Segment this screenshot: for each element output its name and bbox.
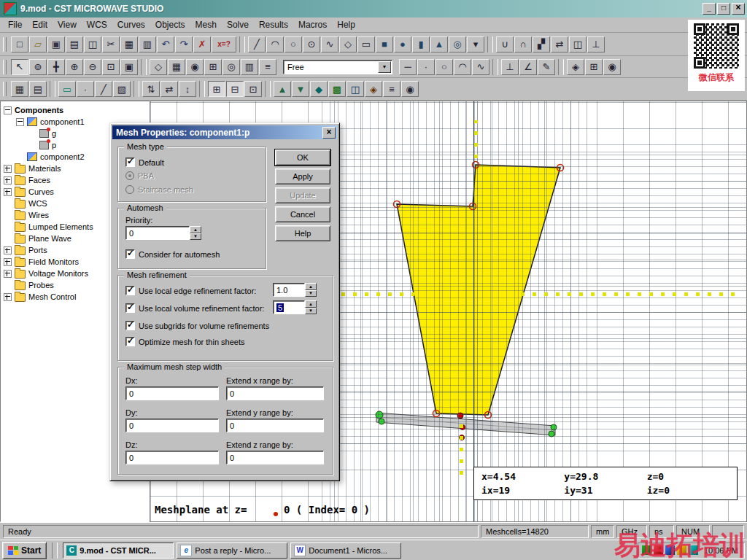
delete-meshline-icon[interactable]: ⊟ xyxy=(226,81,244,97)
network-tray-icon[interactable] xyxy=(665,545,675,555)
checkbox-icon[interactable] xyxy=(125,321,135,330)
spin-up-button[interactable] xyxy=(305,283,317,290)
edge-pick-icon[interactable]: ╱ xyxy=(95,81,112,97)
optimize-thin-sheets-checkbox[interactable]: Optimize mesh for thin sheets xyxy=(125,337,245,346)
taskbar-task[interactable]: WDocument1 - Micros... xyxy=(290,542,401,559)
edge-refinement-checkbox[interactable]: Use local edge refinement factor: xyxy=(125,286,256,295)
slice-tool-icon[interactable]: ▞ xyxy=(533,36,550,52)
zoom-out-icon[interactable]: ⊖ xyxy=(84,59,101,75)
help-button[interactable]: Help xyxy=(275,225,330,241)
mesh-density-down-icon[interactable]: ▼ xyxy=(292,81,309,97)
expand-icon[interactable] xyxy=(4,293,12,301)
vertex-pick-icon[interactable]: · xyxy=(77,81,94,97)
reset-view-icon[interactable]: ◉ xyxy=(186,59,204,75)
boolean-intersect-icon[interactable]: ∩ xyxy=(514,36,532,52)
edge-factor-field[interactable]: 1.0 xyxy=(273,283,305,297)
dialog-title-bar[interactable]: Mesh Properties: component1:p xyxy=(112,125,337,139)
menu-help[interactable]: Help xyxy=(332,18,360,31)
subgrids-checkbox[interactable]: Use subgrids for volume refinements xyxy=(125,321,269,330)
add-meshline-icon[interactable]: ⊞ xyxy=(208,81,225,97)
dx-field[interactable] xyxy=(125,386,219,400)
menu-wcs[interactable]: WCS xyxy=(82,18,112,31)
spin-down-button[interactable] xyxy=(305,308,317,315)
rotate-view-icon[interactable]: ⊚ xyxy=(29,59,47,75)
mesh-view-icon[interactable]: ▦ xyxy=(11,81,28,97)
minimize-button[interactable] xyxy=(703,3,716,15)
menu-solve[interactable]: Solve xyxy=(222,18,254,31)
menu-macros[interactable]: Macros xyxy=(293,18,332,31)
wcs-tool-icon[interactable]: ⊥ xyxy=(587,36,605,52)
print-icon[interactable]: ▤ xyxy=(66,36,83,52)
polygon-tool-icon[interactable]: ◇ xyxy=(339,36,357,52)
checkbox-icon[interactable] xyxy=(125,249,135,259)
mesh-cells-icon[interactable]: ▩ xyxy=(328,81,346,97)
delete-icon[interactable]: ✗ xyxy=(193,36,211,52)
arc-tool-icon[interactable]: ◠ xyxy=(266,36,284,52)
grid-toggle-icon[interactable]: ⊞ xyxy=(204,59,222,75)
snap-meshline-icon[interactable]: ⊡ xyxy=(244,81,262,97)
cutplane-icon[interactable]: ▥ xyxy=(241,59,258,75)
isometric-view-icon[interactable]: ◇ xyxy=(150,59,167,75)
extend-y-field[interactable] xyxy=(226,419,324,432)
subgrid-icon[interactable]: ◫ xyxy=(347,81,364,97)
fit-view-icon[interactable]: ▣ xyxy=(120,59,138,75)
volume-factor-field[interactable]: 5 xyxy=(273,300,305,314)
torus-tool-icon[interactable]: ◎ xyxy=(449,36,466,52)
draw-curve-icon[interactable]: ∿ xyxy=(472,59,489,75)
draw-point-icon[interactable]: · xyxy=(417,59,435,75)
scheduler-tray-icon[interactable] xyxy=(677,545,686,555)
menu-view[interactable]: View xyxy=(53,18,82,31)
spin-down-button[interactable] xyxy=(190,233,201,241)
extend-z-field[interactable] xyxy=(226,451,324,464)
pan-hand-icon[interactable]: ◈ xyxy=(567,59,584,75)
spin-down-button[interactable] xyxy=(305,290,317,298)
undo-icon[interactable]: ↶ xyxy=(157,36,174,52)
toolbar-grip[interactable] xyxy=(3,82,7,96)
layers-icon[interactable]: ≡ xyxy=(259,59,276,75)
draw-line-icon[interactable]: ─ xyxy=(399,59,417,75)
dialog-close-button[interactable] xyxy=(322,127,336,139)
refine-icon[interactable]: ◈ xyxy=(365,81,382,97)
boolean-union-icon[interactable]: ∪ xyxy=(496,36,514,52)
mesh-info-icon[interactable]: ≡ xyxy=(383,81,400,97)
antivirus-tray-icon[interactable] xyxy=(654,545,663,555)
transform-tool-icon[interactable]: ⇄ xyxy=(551,36,568,52)
volume-refinement-checkbox[interactable]: Use local volume refinement factor: xyxy=(125,303,264,313)
new-file-icon[interactable]: □ xyxy=(11,36,28,52)
checkbox-icon[interactable] xyxy=(125,337,135,346)
print-preview-icon[interactable]: ◫ xyxy=(84,36,101,52)
close-button[interactable] xyxy=(732,3,745,15)
spin-up-button[interactable] xyxy=(190,226,201,233)
spin-up-button[interactable] xyxy=(305,300,317,308)
pick-normal-icon[interactable]: ⊥ xyxy=(501,59,519,75)
dz-field[interactable] xyxy=(125,451,219,464)
shape-tools-dropdown[interactable]: ▾ xyxy=(467,36,484,52)
tree-item-components[interactable]: Components xyxy=(1,104,149,116)
paste-icon[interactable]: ▥ xyxy=(139,36,156,52)
axes-toggle-icon[interactable]: ◎ xyxy=(222,59,240,75)
meshline-x-icon[interactable]: ⇅ xyxy=(142,81,160,97)
toolbar-grip[interactable] xyxy=(3,60,7,74)
rect-tool-icon[interactable]: ▭ xyxy=(357,36,375,52)
collapse-icon[interactable] xyxy=(16,118,24,126)
menu-results[interactable]: Results xyxy=(254,18,293,31)
zoom-in-icon[interactable]: ⊕ xyxy=(66,59,83,75)
start-button[interactable]: Start xyxy=(2,542,47,559)
expand-icon[interactable] xyxy=(4,258,12,266)
cut-icon[interactable]: ✂ xyxy=(102,36,120,52)
menu-curves[interactable]: Curves xyxy=(112,18,150,31)
cone-tool-icon[interactable]: ▲ xyxy=(430,36,448,52)
menu-objects[interactable]: Objects xyxy=(150,18,190,31)
toolbar-grip[interactable] xyxy=(3,37,7,52)
mesh-properties-icon[interactable]: ▤ xyxy=(29,81,47,97)
default-checkbox[interactable]: Default xyxy=(125,158,164,167)
sphere-tool-icon[interactable]: ● xyxy=(394,36,411,52)
snap-grid-icon[interactable]: ⊞ xyxy=(585,59,603,75)
expand-icon[interactable] xyxy=(4,246,12,254)
ellipse-tool-icon[interactable]: ⊙ xyxy=(303,36,320,52)
extend-x-field[interactable] xyxy=(226,386,324,400)
app-icon[interactable] xyxy=(4,2,17,15)
pick-mode-combo[interactable]: Free xyxy=(283,60,392,74)
pick-arrow-icon[interactable]: ↖ xyxy=(11,59,28,75)
line-tool-icon[interactable]: ╱ xyxy=(248,36,266,52)
